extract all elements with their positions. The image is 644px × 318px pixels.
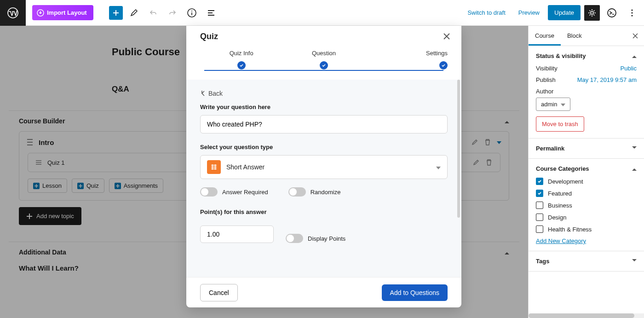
category-item[interactable]: Development <box>536 178 637 185</box>
redo-button[interactable] <box>164 5 181 21</box>
checkbox[interactable] <box>536 225 543 233</box>
tab-block[interactable]: Block <box>561 26 588 46</box>
display-points-toggle[interactable] <box>286 234 303 243</box>
category-label: Design <box>548 214 566 221</box>
category-label: Health & Fitness <box>548 226 592 233</box>
svg-point-4 <box>591 12 593 14</box>
svg-point-8 <box>631 15 632 16</box>
checkbox[interactable] <box>536 190 543 197</box>
course-categories-panel[interactable]: Course Categories <box>536 165 637 172</box>
import-layout-button[interactable]: Import Layout <box>32 5 93 20</box>
category-item[interactable]: Featured <box>536 190 637 197</box>
author-select[interactable]: admin <box>536 98 570 111</box>
permalink-panel[interactable]: Permalink <box>536 145 637 152</box>
close-modal-icon[interactable] <box>443 33 450 40</box>
modal-title: Quiz <box>200 32 218 41</box>
info-button[interactable] <box>184 5 200 21</box>
category-label: Featured <box>548 190 572 197</box>
step-dot-complete <box>439 61 448 69</box>
checkbox[interactable] <box>536 202 543 209</box>
question-type-select[interactable]: Short Answer <box>200 155 448 179</box>
question-field-label: Write your question here <box>200 104 448 110</box>
chevron-down-icon <box>632 145 637 152</box>
category-label: Business <box>548 202 572 209</box>
visibility-value[interactable]: Public <box>621 65 637 72</box>
step-quiz-info[interactable]: Quiz Info <box>200 50 282 57</box>
checkbox[interactable] <box>536 214 543 221</box>
step-settings[interactable]: Settings <box>365 50 448 57</box>
switch-to-draft-button[interactable]: Switch to draft <box>463 6 510 19</box>
tags-panel[interactable]: Tags <box>536 258 637 265</box>
answer-required-toggle[interactable] <box>200 187 218 197</box>
add-block-button[interactable] <box>109 6 123 20</box>
quiz-modal: Quiz Quiz Info Question Settings Back Wr… <box>186 26 461 307</box>
step-dot-complete <box>320 61 328 69</box>
points-field-label: Point(s) for this answer <box>200 208 448 215</box>
chevron-down-icon <box>632 258 637 265</box>
author-label: Author <box>536 88 637 95</box>
category-item[interactable]: Business <box>536 202 637 209</box>
tab-course[interactable]: Course <box>529 26 561 46</box>
chevron-down-icon <box>436 164 441 171</box>
wordpress-logo[interactable] <box>0 0 26 26</box>
publish-date-value[interactable]: May 17, 2019 9:57 am <box>577 76 637 83</box>
randomize-toggle[interactable] <box>288 187 306 197</box>
more-options-button[interactable] <box>624 5 640 21</box>
update-button[interactable]: Update <box>548 5 581 20</box>
undo-button[interactable] <box>145 5 161 21</box>
chevron-up-icon <box>632 52 637 59</box>
type-field-label: Select your question type <box>200 144 448 150</box>
add-new-category-link[interactable]: Add New Category <box>536 237 586 244</box>
edit-mode-button[interactable] <box>126 5 142 21</box>
modal-scrollbar[interactable] <box>457 80 460 277</box>
cancel-button[interactable]: Cancel <box>200 284 238 301</box>
add-to-questions-button[interactable]: Add to Questions <box>382 284 448 301</box>
svg-point-6 <box>631 9 632 11</box>
question-input[interactable] <box>200 115 448 133</box>
points-input[interactable] <box>200 225 274 243</box>
outline-button[interactable] <box>203 5 219 21</box>
horizontal-scrollbar[interactable] <box>529 313 644 318</box>
status-visibility-panel[interactable]: Status & visibility <box>536 52 637 59</box>
import-layout-label: Import Layout <box>47 9 87 16</box>
preview-button[interactable]: Preview <box>514 6 544 19</box>
settings-button[interactable] <box>584 5 600 21</box>
close-sidebar-icon[interactable] <box>627 33 644 39</box>
category-item[interactable]: Health & Fitness <box>536 225 637 233</box>
checkbox[interactable] <box>536 178 543 185</box>
category-label: Development <box>548 178 583 185</box>
back-button[interactable]: Back <box>200 90 448 97</box>
step-dot-complete <box>237 61 246 69</box>
plugin-button[interactable] <box>604 5 620 21</box>
step-question[interactable]: Question <box>282 50 365 57</box>
chevron-up-icon <box>632 165 637 172</box>
svg-point-3 <box>191 11 192 12</box>
move-to-trash-button[interactable]: Move to trash <box>536 116 584 132</box>
svg-point-7 <box>631 12 632 13</box>
stepper-line <box>204 70 443 71</box>
category-item[interactable]: Design <box>536 214 637 221</box>
chevron-down-icon <box>561 101 565 108</box>
short-answer-icon <box>207 160 221 174</box>
